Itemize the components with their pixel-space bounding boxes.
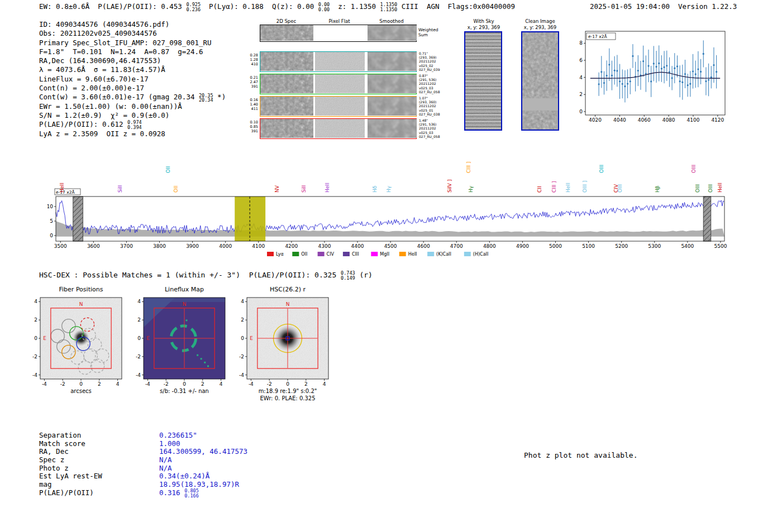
data-point	[703, 53, 704, 55]
emission-line-label: OII	[165, 166, 171, 173]
lineflux-dot	[207, 365, 209, 367]
legend-label: (H)CaII	[473, 252, 488, 257]
y-tick-label: 0	[241, 336, 244, 341]
x-tick-label: 4080	[662, 117, 675, 123]
y-tick-label: 10	[47, 204, 53, 209]
data-point	[622, 83, 623, 85]
match-table-value: N/A	[159, 456, 172, 464]
lineflux-dot	[197, 354, 198, 356]
spec2d-weighted-row	[260, 25, 417, 42]
col-header-pixelflat: Pixel Flat	[314, 18, 364, 24]
lineflux-caption: s/b: -0.31 +/- nan	[137, 388, 232, 394]
legend-label: MgII	[380, 252, 389, 257]
header-datetime-version: 2025-01-05 19:04:00 Version 1.22.3	[590, 2, 737, 11]
x-tick-label: 4120	[711, 117, 724, 123]
stacked-fraction: 0.9250.236	[186, 2, 201, 12]
match-table-value: 1.000	[159, 439, 180, 448]
x-tick-label: -2	[267, 381, 272, 387]
x-tick-label: 4040	[613, 117, 626, 123]
data-point	[606, 75, 608, 76]
match-table-row: Spec zN/A	[39, 456, 247, 464]
spec2d-row-annotation: 1.48"(291, 536)20211202v025_03027_RU_058	[419, 118, 448, 138]
spec2d-row-stats: 0.281.28410	[245, 53, 258, 66]
y-tick-label: -4	[239, 372, 244, 378]
match-table-label: Match score	[39, 439, 159, 448]
x-tick-label: 5400	[681, 243, 694, 249]
y-tick-label: -4	[136, 372, 141, 378]
x-tick-label: 4000	[219, 243, 232, 249]
fiber-positions-panel: NE-4-2024-4-2024	[29, 294, 132, 389]
spec2d-cell-flat	[315, 119, 365, 138]
spec2d-cell-smooth	[368, 97, 417, 116]
data-point	[653, 63, 655, 64]
legend-label: Lyα	[276, 252, 284, 257]
legend-swatch	[399, 252, 406, 256]
y-tick-label: 0	[50, 233, 53, 238]
east-label: E	[250, 336, 253, 341]
data-point	[695, 73, 697, 75]
info-line: Obs: 20211202v025_4090344576	[39, 29, 226, 38]
x-tick-label: 4300	[318, 243, 331, 249]
lineflux-title: Lineflux Map	[137, 286, 232, 293]
emission-line-label: HeII	[717, 183, 723, 193]
weighted-sum-label: Weighted Sum	[418, 28, 438, 37]
spec2d-cell-spec	[260, 74, 313, 93]
data-point	[679, 80, 681, 82]
info-line: LineFlux = 9.60(±6.70)e-17	[39, 75, 226, 84]
data-point	[614, 70, 616, 71]
info-line: RA,Dec (164.300690,46.417553)	[39, 56, 226, 65]
data-point	[663, 66, 665, 68]
data-point	[600, 71, 602, 73]
y-tick-label: 4	[241, 299, 244, 304]
x-tick-label: -4	[145, 381, 150, 387]
data-point	[697, 68, 699, 70]
withsky-coords: x, y: 293, 369	[458, 25, 509, 30]
north-label: N	[79, 301, 83, 307]
x-tick-label: 2	[304, 381, 308, 387]
match-table-value: N/A	[159, 464, 172, 472]
legend-label: CIII	[352, 252, 359, 257]
emission-line-label: SiIV ]	[447, 180, 452, 193]
data-point	[692, 70, 694, 72]
spec2d-cell-spec	[260, 119, 313, 138]
masked-region-hatch	[73, 196, 83, 241]
hsc-caption: m:18.9 re:1.9" s:0.2"	[240, 388, 335, 394]
x-tick-label: 3500	[54, 243, 67, 249]
x-tick-label: 3900	[186, 243, 199, 249]
data-point	[627, 83, 628, 84]
y-tick-label: -2	[32, 354, 37, 360]
emission-line-label: OIII	[691, 165, 697, 173]
x-tick-label: 0	[79, 381, 83, 387]
emission-line-label: HeII	[565, 183, 571, 193]
spec2d-cell-smooth	[368, 119, 417, 138]
data-point	[616, 70, 618, 71]
legend-swatch	[427, 252, 434, 256]
x-tick-label: 5000	[549, 243, 562, 249]
data-point	[608, 64, 610, 65]
match-table-row: RA, Dec164.300599, 46.417573	[39, 447, 247, 456]
legend-swatch	[267, 252, 274, 256]
x-tick-label: 3800	[153, 243, 166, 249]
lineflux-dot	[201, 358, 202, 360]
emission-line-label: OIII	[599, 165, 604, 173]
emission-line-label: CII	[537, 186, 542, 193]
spec2d-cell-smooth	[368, 25, 417, 41]
data-point	[681, 82, 683, 83]
spec2d-row-annotation: 1.07"(293, 360)20211202v025_01027_RU_038	[419, 96, 448, 116]
x-tick-label: 5200	[615, 243, 628, 249]
info-line: Cont(w) = 3.60(±0.01)e-17 (gmag 20.34 20…	[39, 93, 226, 102]
clean-title: Clean Image	[515, 18, 565, 24]
x-tick-label: 4800	[483, 243, 496, 249]
spec2d-cell-smooth	[368, 52, 417, 71]
match-table-value: 164.300599, 46.417573	[159, 447, 247, 456]
match-table-label: Separation	[39, 431, 159, 439]
data-point	[687, 84, 689, 86]
data-point	[658, 63, 660, 64]
match-table-label: mag	[39, 480, 159, 488]
north-label: N	[286, 301, 290, 307]
legend-swatch	[371, 252, 378, 256]
info-line: Primary Spec_Slot_IFU_AMP: 027_098_001_R…	[39, 39, 226, 47]
emission-line-label: CIII ]	[466, 161, 471, 173]
north-label: N	[183, 301, 187, 307]
x-tick-label: 4100	[687, 117, 700, 123]
